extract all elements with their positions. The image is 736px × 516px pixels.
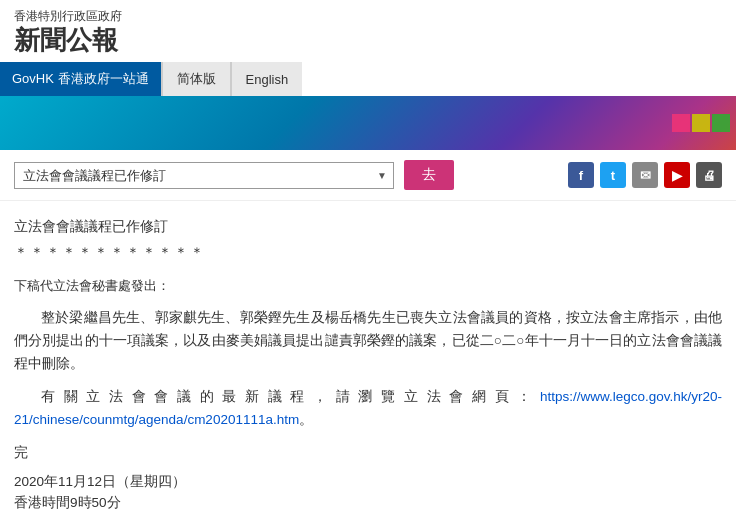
go-button[interactable]: 去 — [404, 160, 454, 190]
banner-pattern — [536, 96, 736, 150]
govhk-nav-item[interactable]: GovHK 香港政府一站通 — [0, 62, 161, 96]
paragraph2-prefix: 有關立法會會議的最新議程，請瀏覽立法會網頁： — [41, 389, 540, 404]
nav-bar: GovHK 香港政府一站通 简体版 English — [0, 62, 736, 96]
banner-decorative-squares — [672, 114, 730, 132]
article-title: 立法會會議議程已作修訂 — [14, 215, 722, 239]
facebook-icon[interactable]: f — [568, 162, 594, 188]
twitter-icon[interactable]: t — [600, 162, 626, 188]
article-from: 下稿代立法會秘書處發出： — [14, 275, 722, 297]
youtube-icon[interactable]: ▶ — [664, 162, 690, 188]
article-end: 完 — [14, 442, 722, 465]
article-stars: ＊＊＊＊＊＊＊＊＊＊＊＊ — [14, 241, 722, 265]
email-icon[interactable]: ✉ — [632, 162, 658, 188]
header-title: 新聞公報 — [14, 25, 722, 56]
page-header: 香港特別行政區政府 新聞公報 — [0, 0, 736, 62]
article-select[interactable]: 立法會會議議程已作修訂 — [15, 163, 393, 188]
main-content: 立法會會議議程已作修訂 ＊＊＊＊＊＊＊＊＊＊＊＊ 下稿代立法會秘書處發出： 整於… — [0, 201, 736, 516]
govhk-logo: GovHK 香港政府一站通 — [12, 70, 149, 88]
english-nav[interactable]: English — [232, 62, 303, 96]
article-paragraph-1: 整於梁繼昌先生、郭家麒先生、郭榮鏗先生及楊岳橋先生已喪失立法會議員的資格，按立法… — [14, 307, 722, 432]
header-subtitle: 香港特別行政區政府 — [14, 8, 722, 25]
toolbar: 立法會會議議程已作修訂 ▼ 去 f t ✉ ▶ 🖨 — [0, 150, 736, 201]
article-select-wrapper[interactable]: 立法會會議議程已作修訂 ▼ — [14, 162, 394, 189]
date-line2: 香港時間9時50分 — [14, 492, 722, 514]
article-date: 2020年11月12日（星期四） 香港時間9時50分 — [14, 471, 722, 514]
paragraph2-suffix: 。 — [299, 412, 313, 427]
social-icons-group: f t ✉ ▶ 🖨 — [568, 162, 722, 188]
banner — [0, 96, 736, 150]
print-icon[interactable]: 🖨 — [696, 162, 722, 188]
simplified-chinese-nav[interactable]: 简体版 — [163, 62, 230, 96]
date-line1: 2020年11月12日（星期四） — [14, 471, 722, 493]
